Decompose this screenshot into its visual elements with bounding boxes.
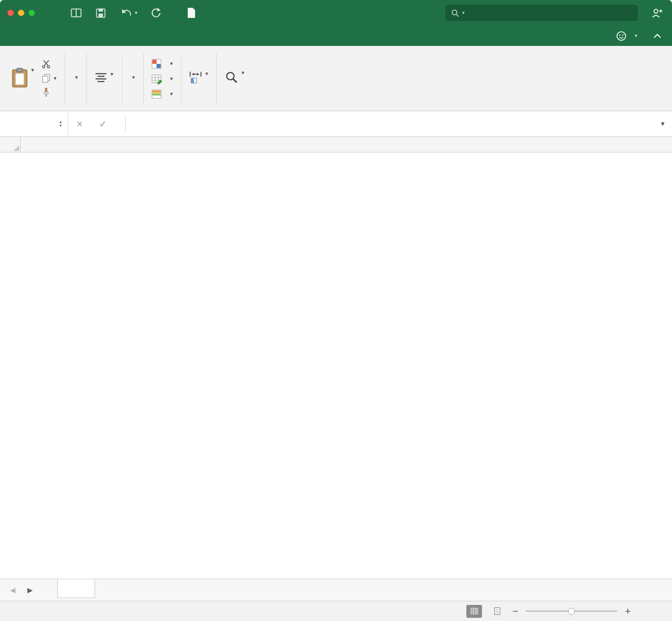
redo-icon[interactable] [150,7,161,18]
collapse-ribbon-icon[interactable] [653,33,662,39]
save-icon[interactable] [95,8,106,18]
zoom-out-button[interactable]: − [512,605,518,617]
editing-group: ▼ [218,49,252,110]
window-controls [7,10,35,16]
format-painter-button[interactable] [41,87,57,98]
cell-styles-caret-icon: ▼ [169,91,174,96]
ribbon-tab-row: ▼ [0,26,672,46]
font-group: ▼ [66,49,85,110]
formula-bar: ▲▼ × ✓ ▼ [0,111,672,137]
paste-button[interactable]: ▼ [11,68,35,88]
document-icon [187,7,196,18]
format-as-table-button[interactable]: ▼ [151,73,174,85]
alignment-group: ▼ [88,49,121,110]
cells-icon[interactable] [189,71,202,84]
cut-button[interactable] [41,59,57,70]
titlebar: ▼ ▼ [0,0,672,26]
cells-caret-icon[interactable]: ▼ [204,71,209,76]
stepper-down-icon[interactable]: ▼ [59,124,62,128]
format-painter-icon [41,88,51,97]
search-sheet-box[interactable]: ▼ [446,5,638,21]
zoom-slider-knob[interactable] [568,608,575,615]
excel-window: ▼ ▼ ▼ [0,0,672,621]
conditional-formatting-icon [151,58,162,69]
ribbon-separator [122,53,122,105]
sheet-tab-sheet1[interactable] [57,579,95,598]
font-caret-icon[interactable]: ▼ [74,75,79,80]
status-bar-right: − + [466,605,662,618]
ribbon-separator [216,53,217,105]
name-box-stepper[interactable]: ▲▼ [59,120,62,128]
number-group: ▼ [123,49,142,110]
document-title [187,7,200,18]
paste-clipboard-icon [11,68,28,88]
search-icon [451,9,459,17]
editing-caret-icon[interactable]: ▼ [241,70,245,75]
cells-group: ▼ [182,49,215,110]
format-as-table-caret-icon: ▼ [169,76,174,81]
clipboard-small-buttons: ▼ [41,59,57,98]
alignment-icon[interactable] [94,72,108,84]
normal-view-button[interactable] [466,605,482,618]
copy-icon [41,73,51,83]
column-header-row [0,137,672,152]
ribbon-tab-row-right: ▼ [616,26,672,46]
toolbar-grid-icon[interactable] [71,8,82,18]
zoom-in-button[interactable]: + [625,605,631,617]
normal-view-icon [470,608,478,615]
select-all-corner[interactable] [0,137,21,152]
ribbon-separator [86,53,87,105]
undo-icon[interactable]: ▼ [121,8,138,18]
close-button[interactable] [7,10,14,16]
search-scope-caret-icon[interactable]: ▼ [461,11,465,15]
formula-bar-divider [125,116,126,131]
copy-button[interactable]: ▼ [41,73,57,84]
feedback-smiley-icon[interactable] [616,31,627,41]
cancel-entry-icon[interactable]: × [68,118,91,130]
paste-caret-icon[interactable]: ▼ [30,68,35,73]
next-sheet-icon[interactable]: ▶ [28,586,33,594]
styles-group: ▼ ▼ ▼ [145,49,180,110]
share-person-icon[interactable] [651,8,663,18]
copy-caret-icon[interactable]: ▼ [53,76,57,81]
scissors-icon [41,59,51,69]
page-layout-view-button[interactable] [489,605,505,618]
zoom-window-button[interactable] [28,10,35,16]
search-input[interactable] [467,8,633,18]
undo-caret-icon[interactable]: ▼ [134,11,138,15]
feedback-caret-icon[interactable]: ▼ [634,34,638,38]
status-bar: − + [0,601,672,621]
formula-bar-expand-caret-icon[interactable]: ▼ [660,120,672,127]
ribbon-separator [65,53,65,105]
ribbon-separator [181,53,181,105]
minimize-button[interactable] [18,10,24,16]
alignment-caret-icon[interactable]: ▼ [110,72,114,77]
cell-styles-button[interactable]: ▼ [151,89,174,100]
prev-sheet-icon[interactable]: ◀ [10,586,16,594]
ribbon-home: ▼ ▼ [0,46,672,111]
editing-search-icon[interactable] [224,70,239,85]
sheet-tab-bar: ◀ ▶ [0,579,672,601]
number-caret-icon[interactable]: ▼ [131,75,136,80]
zoom-slider[interactable] [526,610,617,612]
cell-styles-icon [151,89,162,100]
conditional-formatting-caret-icon: ▼ [169,61,174,66]
format-as-table-icon [151,73,162,85]
ribbon-separator [143,53,144,105]
page-layout-view-icon [493,607,501,615]
confirm-entry-icon[interactable]: ✓ [91,119,115,130]
grid-area [0,152,672,579]
clipboard-group: ▼ ▼ [5,49,64,110]
conditional-formatting-button[interactable]: ▼ [151,58,174,69]
